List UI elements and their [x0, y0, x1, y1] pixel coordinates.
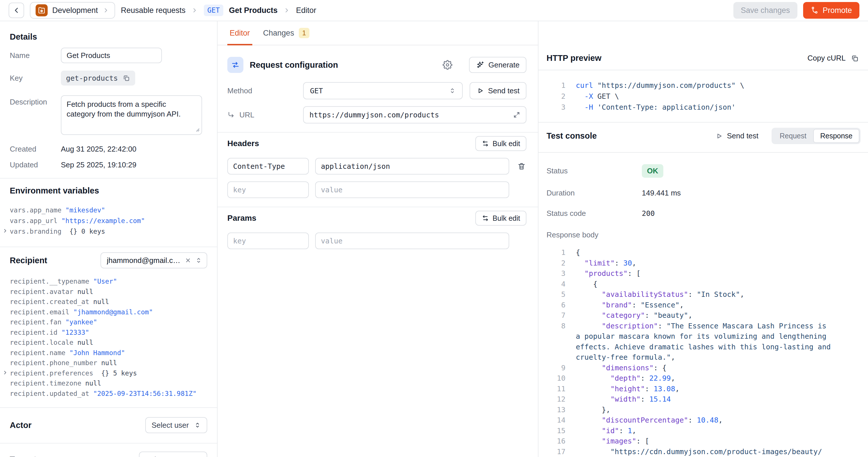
updated-label: Updated	[10, 160, 61, 170]
play-icon	[476, 87, 484, 94]
delete-header-button[interactable]	[517, 162, 526, 171]
param-key-input[interactable]	[227, 233, 309, 249]
param-value-input[interactable]	[315, 233, 509, 249]
variable-key: recipient.updated_at	[10, 390, 93, 397]
header-key-input[interactable]	[227, 158, 309, 175]
variable-key: vars.app_name	[10, 206, 65, 214]
sidebar-panel: Details Name Key get-products Descriptio…	[0, 21, 218, 457]
code-line: 4 {	[538, 279, 868, 290]
line-number: 9	[538, 363, 576, 373]
clear-icon[interactable]	[185, 257, 191, 264]
section-divider	[0, 247, 217, 247]
variable-key: recipient.name	[10, 349, 69, 357]
name-input[interactable]	[61, 48, 162, 63]
variable-value: "jhammond@gmail.com"	[73, 308, 153, 316]
preview-panel: HTTP preview Copy cURL 1curl "https://du…	[538, 21, 868, 457]
back-button[interactable]	[9, 3, 24, 18]
name-row: Name	[10, 48, 207, 63]
tab-changes-label: Changes	[263, 29, 294, 38]
copy-curl-button[interactable]: Copy cURL	[806, 53, 861, 63]
tab-changes[interactable]: Changes 1	[263, 21, 309, 45]
url-label: URL	[239, 111, 254, 119]
top-header-bar: Development Reusable requests GET Get Pr…	[0, 0, 868, 21]
variable-key: recipient.email	[10, 308, 73, 316]
line-number: 11	[538, 384, 576, 394]
http-preview-header: HTTP preview Copy cURL	[538, 21, 868, 70]
line-number: 8	[538, 321, 576, 332]
param-row-empty	[227, 233, 526, 249]
line-number: 1	[538, 247, 576, 258]
gear-icon[interactable]	[443, 60, 453, 70]
response-body-code: 1{2 "limit": 30,3 "products": [4 {5 "ava…	[538, 247, 868, 457]
tab-editor[interactable]: Editor	[229, 21, 250, 45]
recipient-combobox[interactable]: jhammond@gmail.com	[100, 252, 207, 268]
code-line: 16 "images": [	[538, 436, 868, 447]
headers-bulk-edit-button[interactable]: Bulk edit	[475, 136, 526, 151]
copy-icon	[851, 54, 859, 62]
copy-icon[interactable]	[123, 74, 130, 82]
trash-icon	[517, 162, 526, 171]
recipient-variables-list: recipient.__typename "User"recipient.ava…	[10, 276, 207, 399]
params-bulk-edit-label: Bulk edit	[493, 214, 520, 222]
variable-key: recipient.created_at	[10, 298, 93, 305]
actor-select-button[interactable]: Select user	[145, 417, 207, 433]
variable-key: vars.app_url	[10, 217, 61, 224]
header-row	[227, 158, 526, 175]
git-merge-icon	[811, 6, 818, 14]
section-divider	[0, 407, 217, 408]
duration-row: Duration 149.441 ms	[538, 189, 868, 197]
console-send-test-label: Send test	[727, 131, 758, 141]
url-input[interactable]	[303, 106, 526, 123]
line-number: 5	[538, 290, 576, 300]
code-line: 14 "discountPercentage": 10.48,	[538, 415, 868, 426]
expand-icon[interactable]	[513, 111, 521, 119]
chevron-right-icon[interactable]	[2, 228, 8, 234]
chevron-right-icon	[283, 7, 290, 14]
key-row: Key get-products	[10, 71, 207, 86]
generate-button[interactable]: Generate	[469, 57, 526, 73]
environment-name: Development	[52, 6, 98, 15]
variable-value: null	[77, 288, 93, 295]
code-line: 2 "limit": 30,	[538, 258, 868, 269]
method-select[interactable]: GET	[303, 82, 463, 99]
request-tab[interactable]: Request	[773, 129, 813, 143]
variable-key: recipient.preferences	[10, 369, 101, 377]
header-value-input[interactable]	[315, 181, 509, 198]
header-row-empty	[227, 181, 526, 198]
code-line: 17 "https://cdn.dummyjson.com/product-im…	[538, 447, 868, 457]
actor-title: Actor	[10, 420, 32, 430]
section-divider	[218, 207, 538, 207]
description-textarea[interactable]: Fetch products from a specific category …	[61, 95, 202, 135]
send-test-button[interactable]: Send test	[470, 82, 526, 99]
code-line: 6 "brand": "Essence",	[538, 300, 868, 311]
header-key-input[interactable]	[227, 181, 309, 198]
tenant-select-button[interactable]: Select tenant	[139, 452, 207, 457]
http-preview-title: HTTP preview	[547, 53, 601, 63]
line-number: 17	[538, 447, 576, 457]
header-value-input[interactable]	[315, 158, 509, 175]
chevron-right-icon[interactable]	[2, 370, 8, 375]
params-bulk-edit-button[interactable]: Bulk edit	[475, 211, 526, 225]
breadcrumb-request-name[interactable]: Get Products	[229, 6, 278, 15]
breadcrumb-section[interactable]: Reusable requests	[121, 6, 185, 15]
details-title: Details	[10, 32, 207, 42]
method-label: Method	[227, 86, 303, 95]
code-line: 3 "products": [	[538, 268, 868, 279]
tab-editor-label: Editor	[229, 29, 250, 38]
method-badge: GET	[204, 5, 223, 16]
code-line: 13 },	[538, 405, 868, 415]
status-code-label: Status code	[547, 209, 642, 218]
recipient-variable-row: recipient.phone_number null	[10, 358, 207, 368]
variable-value: {} 0 keys	[69, 227, 105, 235]
recipient-variable-row: recipient.__typename "User"	[10, 276, 207, 287]
promote-button[interactable]: Promote	[803, 2, 859, 19]
status-code-value: 200	[642, 209, 655, 218]
console-send-test-button[interactable]: Send test	[714, 131, 760, 141]
breadcrumb-page: Editor	[296, 6, 316, 15]
save-changes-button[interactable]: Save changes	[733, 2, 797, 19]
response-tab[interactable]: Response	[813, 129, 859, 143]
promote-button-label: Promote	[823, 6, 852, 15]
resize-handle-icon[interactable]	[195, 127, 200, 132]
environment-selector[interactable]: Development	[30, 2, 115, 19]
code-line: cruelty-free formula.",	[538, 352, 868, 363]
